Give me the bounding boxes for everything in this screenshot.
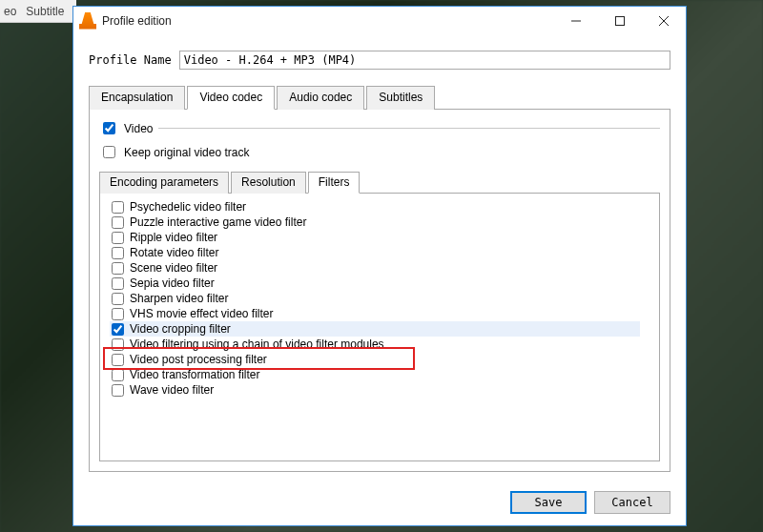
filter-label: Puzzle interactive game video filter	[130, 215, 306, 229]
cancel-button[interactable]: Cancel	[594, 491, 670, 514]
video-fieldset-line: Video	[99, 119, 660, 137]
filters-pane: Psychedelic video filterPuzzle interacti…	[99, 194, 660, 461]
maximize-icon	[615, 16, 625, 26]
codec-tabs: Encapsulation Video codec Audio codec Su…	[89, 85, 670, 110]
filter-checkbox[interactable]	[112, 232, 124, 244]
filter-label: Scene video filter	[130, 261, 217, 275]
save-button[interactable]: Save	[510, 491, 587, 514]
filter-label: Video post processing filter	[130, 353, 267, 366]
profile-name-label: Profile Name	[89, 53, 172, 67]
filter-checkbox[interactable]	[112, 293, 124, 305]
filter-label: Sepia video filter	[130, 276, 215, 290]
close-button[interactable]	[642, 7, 686, 35]
video-enable-box[interactable]	[103, 122, 115, 134]
filter-checkbox[interactable]	[112, 216, 124, 229]
profile-name-input[interactable]	[179, 51, 670, 70]
filter-row[interactable]: Video post processing filter	[110, 352, 640, 367]
subtab-encoding-parameters[interactable]: Encoding parameters	[99, 172, 229, 194]
dialog-button-row: Save Cancel	[73, 481, 686, 525]
filter-label: VHS movie effect video filter	[130, 307, 274, 320]
filter-label: Video cropping filter	[130, 322, 231, 336]
video-enable-label: Video	[124, 122, 153, 135]
filter-checkbox[interactable]	[112, 277, 124, 290]
filter-label: Psychedelic video filter	[130, 200, 246, 214]
filter-row[interactable]: Video transformation filter	[110, 367, 640, 382]
filter-row[interactable]: Scene video filter	[110, 260, 640, 276]
filter-checkbox[interactable]	[112, 308, 124, 320]
filter-checkbox[interactable]	[112, 369, 124, 381]
keep-original-track-checkbox[interactable]: Keep original video track	[99, 143, 660, 161]
filter-checkbox[interactable]	[112, 323, 124, 336]
video-codec-panel: Video Keep original video track Encoding…	[89, 110, 670, 472]
filter-row[interactable]: Rotate video filter	[110, 245, 640, 260]
filter-label: Video transformation filter	[130, 368, 260, 381]
svg-rect-0	[616, 16, 625, 25]
subtab-resolution[interactable]: Resolution	[231, 172, 306, 194]
filter-row[interactable]: Sepia video filter	[110, 276, 640, 291]
filter-label: Rotate video filter	[130, 246, 218, 259]
filter-row[interactable]: Video cropping filter	[110, 321, 640, 337]
filter-row[interactable]: Sharpen video filter	[110, 291, 640, 306]
minimize-button[interactable]	[554, 7, 598, 35]
bg-menu-subtitle: Subtitle	[26, 5, 64, 18]
window-title: Profile edition	[102, 14, 172, 28]
background-app-menubar: eo Subtitle	[0, 0, 76, 23]
titlebar: Profile edition	[73, 7, 686, 35]
filter-row[interactable]: Ripple video filter	[110, 230, 640, 245]
maximize-button[interactable]	[598, 7, 642, 35]
bg-menu-fragment: eo	[4, 5, 16, 18]
filter-label: Video filtering using a chain of video f…	[130, 338, 384, 351]
filter-checkbox[interactable]	[112, 201, 124, 214]
fieldset-divider	[158, 128, 660, 129]
filter-checkbox[interactable]	[112, 384, 124, 397]
filter-checkbox[interactable]	[112, 338, 124, 351]
filter-checkbox[interactable]	[112, 354, 124, 366]
filter-label: Wave video filter	[130, 383, 214, 397]
filter-row[interactable]: Video filtering using a chain of video f…	[110, 337, 640, 352]
profile-edition-dialog: Profile edition Profile Name Encapsulati…	[72, 6, 687, 526]
tab-encapsulation[interactable]: Encapsulation	[89, 86, 185, 110]
video-sub-tabs: Encoding parameters Resolution Filters	[99, 171, 660, 194]
dialog-content: Profile Name Encapsulation Video codec A…	[73, 35, 686, 481]
keep-original-box[interactable]	[103, 146, 115, 158]
filter-checkbox[interactable]	[112, 262, 124, 275]
filter-row[interactable]: Psychedelic video filter	[110, 199, 640, 215]
filter-row[interactable]: Wave video filter	[110, 382, 640, 398]
close-icon	[659, 16, 669, 26]
minimize-icon	[571, 16, 581, 26]
filters-list[interactable]: Psychedelic video filterPuzzle interacti…	[100, 194, 659, 460]
tab-subtitles[interactable]: Subtitles	[366, 86, 435, 110]
subtab-filters[interactable]: Filters	[308, 172, 361, 194]
filter-row[interactable]: VHS movie effect video filter	[110, 306, 640, 321]
vlc-cone-icon	[79, 12, 96, 30]
profile-name-row: Profile Name	[89, 51, 670, 70]
filter-label: Ripple video filter	[130, 231, 217, 244]
video-enable-checkbox[interactable]: Video	[99, 119, 153, 137]
keep-original-label: Keep original video track	[124, 146, 249, 159]
filter-checkbox[interactable]	[112, 247, 124, 259]
filter-row[interactable]: Puzzle interactive game video filter	[110, 215, 640, 230]
filter-label: Sharpen video filter	[130, 292, 228, 305]
tab-video-codec[interactable]: Video codec	[187, 86, 275, 110]
tab-audio-codec[interactable]: Audio codec	[277, 86, 364, 110]
